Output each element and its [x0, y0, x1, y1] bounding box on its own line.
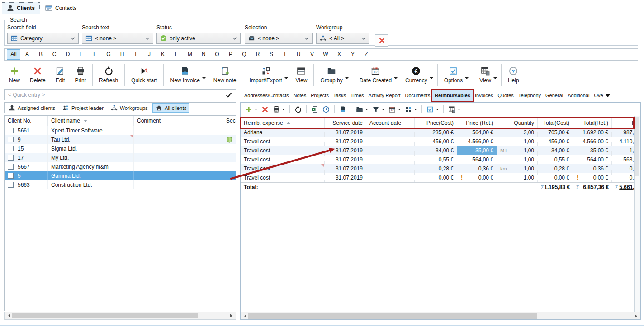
detail-tab-times[interactable]: Times: [348, 90, 366, 101]
excel-export-button[interactable]: [310, 105, 320, 114]
add-button[interactable]: [244, 105, 259, 114]
selection-combobox[interactable]: < none >: [245, 33, 313, 44]
tab-contacts[interactable]: Contacts: [41, 2, 81, 14]
alphabet-Z[interactable]: Z: [360, 50, 373, 59]
clients-hscrollbar[interactable]: [4, 312, 236, 320]
group-by-button[interactable]: Group by: [315, 62, 347, 88]
scroll-thumb[interactable]: [635, 117, 639, 176]
alphabet-X[interactable]: X: [332, 50, 346, 59]
column-header-client-no[interactable]: Client No.: [5, 116, 48, 126]
edit-button[interactable]: Edit: [51, 62, 70, 88]
group-button[interactable]: [403, 105, 418, 114]
date-created-dropdown-icon[interactable]: [394, 77, 398, 79]
scroll-right-icon[interactable]: [633, 312, 640, 319]
detail-vscrollbar[interactable]: [634, 116, 640, 312]
reimbursable-row[interactable]: Travel cost31.07.201934,00 €35,00 €MT1,0…: [241, 146, 634, 155]
alphabet-B[interactable]: B: [34, 50, 47, 59]
scroll-right-icon[interactable]: [228, 312, 236, 319]
column-header-service-date[interactable]: Service date: [325, 118, 366, 128]
tab-overflow-icon[interactable]: [606, 94, 610, 97]
currency-button[interactable]: €Currency: [400, 62, 432, 88]
alphabet-U[interactable]: U: [292, 50, 305, 59]
import-export-dropdown-icon[interactable]: [284, 77, 288, 79]
scroll-left-icon[interactable]: [5, 312, 12, 319]
column-header-total-cost[interactable]: Total(Cost): [538, 118, 573, 128]
alphabet-E[interactable]: E: [75, 50, 88, 59]
help-button[interactable]: ?Help: [503, 62, 524, 88]
alphabet-N[interactable]: N: [197, 50, 210, 59]
scroll-thumb[interactable]: [248, 313, 537, 319]
column-header-sec[interactable]: Sec: [223, 116, 236, 126]
alphabet-M[interactable]: M: [183, 50, 197, 59]
detail-tab-telephony[interactable]: Telephony: [516, 90, 543, 101]
detail-hscrollbar[interactable]: [241, 312, 640, 319]
group-by-dropdown-icon[interactable]: [345, 77, 349, 79]
row-checkbox[interactable]: [8, 146, 14, 151]
alphabet-H[interactable]: H: [115, 50, 129, 59]
alphabet-W[interactable]: W: [319, 50, 332, 59]
print-button[interactable]: Print: [70, 62, 91, 88]
row-checkbox[interactable]: [8, 155, 14, 161]
alphabet-Y[interactable]: Y: [346, 50, 360, 59]
print-dropdown-icon[interactable]: [282, 109, 285, 110]
search-text-combobox[interactable]: < none >: [82, 33, 153, 44]
detail-tab-projects[interactable]: Projects: [308, 90, 331, 101]
detail-tab-invoices[interactable]: Invoices: [473, 90, 495, 101]
column-header-profit[interactable]: Profit: [612, 118, 634, 128]
column-header-account-date[interactable]: Account date: [366, 118, 415, 128]
alphabet-I[interactable]: I: [129, 50, 142, 59]
column-header-unit[interactable]: [497, 118, 512, 128]
reimbursable-row[interactable]: Travel cost31.07.20190,00 €!0,00 €1,000,…: [241, 173, 634, 182]
reimbursable-row[interactable]: Travel cost31.07.2019456,00 €4.566,00 €1…: [241, 137, 634, 146]
folder-dropdown-icon[interactable]: [365, 109, 368, 110]
detail-tab-addresses-contacts[interactable]: Addresses/Contacts: [242, 90, 291, 101]
client-row[interactable]: 5667Marketing Agency m&m: [5, 162, 236, 171]
view-tab-assigned-clients[interactable]: Assigned clients: [6, 103, 58, 113]
row-checkbox[interactable]: [8, 182, 14, 188]
view-tab-all-clients[interactable]: All clients: [152, 103, 190, 113]
quick-entry-input[interactable]: < Quick entry >: [4, 89, 236, 100]
detail-tab-activity-report[interactable]: Activity Report: [366, 90, 403, 101]
add-dropdown-icon[interactable]: [255, 109, 257, 110]
view-dropdown-icon[interactable]: [493, 77, 497, 79]
column-header-price-cost[interactable]: Price(Cost): [415, 118, 457, 128]
column-header-client-name[interactable]: Client name: [48, 116, 134, 126]
date-created-button[interactable]: 12Date Created: [355, 62, 397, 88]
import-export-button[interactable]: Import/Export: [245, 62, 287, 88]
refresh-button[interactable]: Refresh: [94, 62, 123, 88]
new-note-button[interactable]: New note: [208, 62, 242, 88]
alphabet-S[interactable]: S: [265, 50, 278, 59]
date-filter-dropdown-icon[interactable]: [398, 109, 401, 110]
time-button[interactable]: [321, 105, 331, 114]
search-field-combobox[interactable]: Category: [7, 33, 79, 44]
alphabet-P[interactable]: P: [224, 50, 237, 59]
filter-dropdown-icon[interactable]: [382, 109, 384, 110]
column-header-reimb-expense[interactable]: Reimb. expense: [241, 118, 325, 128]
reimbursable-row[interactable]: Travel cost31.07.20190,55 €564,00 €1,000…: [241, 155, 634, 164]
alphabet-All[interactable]: All: [7, 49, 20, 60]
view-button[interactable]: [447, 105, 462, 114]
scroll-left-icon[interactable]: [241, 312, 248, 319]
alphabet-R[interactable]: R: [251, 50, 265, 59]
client-row[interactable]: 9Tau Ltd.: [5, 135, 236, 144]
row-checkbox[interactable]: [8, 137, 14, 142]
view-dropdown-icon[interactable]: [458, 109, 460, 110]
row-checkbox[interactable]: [8, 173, 14, 179]
tab-clients[interactable]: Clients: [2, 2, 40, 14]
detail-tab-quotes[interactable]: Quotes: [495, 90, 516, 101]
reimbursable-row[interactable]: Travel cost31.07.20190,28 €0,36 €km1,000…: [241, 164, 634, 173]
options-button[interactable]: Options: [439, 62, 468, 88]
status-combobox[interactable]: only active: [156, 33, 241, 44]
alphabet-O[interactable]: O: [210, 50, 224, 59]
detail-tab-tasks[interactable]: Tasks: [331, 90, 348, 101]
folder-button[interactable]: [355, 105, 369, 114]
options-dropdown-icon[interactable]: [465, 77, 469, 79]
column-header-total-ret[interactable]: Total(Ret.): [573, 118, 612, 128]
options-button[interactable]: [425, 105, 440, 114]
alphabet-A[interactable]: A: [20, 50, 34, 59]
new-invoice-button[interactable]: New Invoice: [165, 62, 204, 88]
price_ret-cell[interactable]: 35,00 €: [457, 146, 497, 155]
view-tab-project-leader[interactable]: Project leader: [60, 103, 106, 113]
view-tab-workgroups[interactable]: Workgroups: [108, 103, 151, 113]
new-button[interactable]: New: [4, 62, 25, 88]
